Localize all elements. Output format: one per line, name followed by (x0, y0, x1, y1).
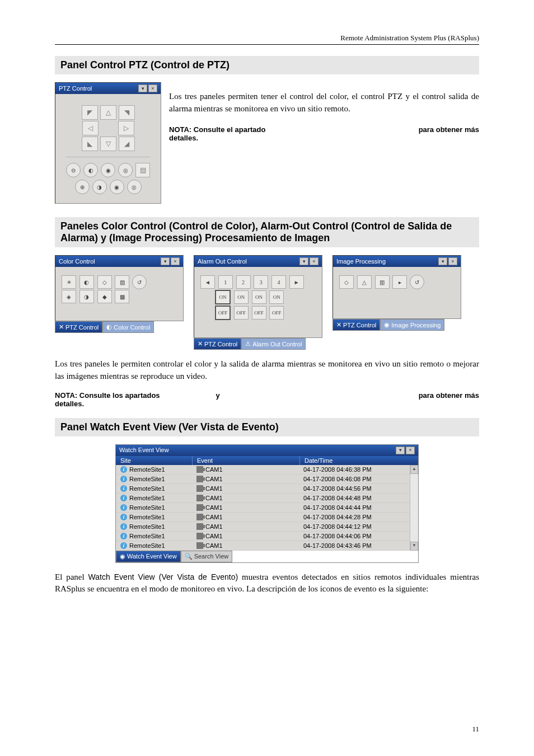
table-row[interactable]: iRemoteSite1CAM104-17-2008 04:43:46 PM (116, 541, 418, 551)
ptz-down-left[interactable]: ◣ (82, 137, 98, 151)
ptz-up[interactable]: △ (100, 105, 116, 120)
alarm-off-3[interactable]: OFF (252, 306, 266, 320)
page-number: 11 (472, 725, 479, 734)
table-row[interactable]: iRemoteSite1CAM104-17-2008 04:44:44 PM (116, 503, 418, 513)
focus-near-icon[interactable]: ◑ (92, 180, 107, 194)
image-reset-icon[interactable]: ↺ (410, 275, 424, 289)
hue-down-icon[interactable]: ▩ (115, 290, 129, 303)
alarm-on-2[interactable]: ON (234, 290, 249, 304)
alarm-panel-title: Alarm Out Control (198, 258, 247, 265)
alarm-next-icon[interactable]: ► (289, 275, 304, 289)
alarm-ch-2[interactable]: 2 (236, 275, 251, 289)
alarm-prev-icon[interactable]: ◄ (200, 275, 215, 289)
pin-icon[interactable]: ▾ (396, 447, 405, 454)
info-icon: i (120, 485, 127, 492)
section1-para: Los tres paneles permiten tener el contr… (169, 91, 479, 115)
saturation-down-icon[interactable]: ◆ (97, 290, 112, 303)
saturation-up-icon[interactable]: ◇ (97, 275, 112, 289)
section3-para: El panel Watch Event View (Ver Vista de … (55, 571, 479, 596)
tab-color-control[interactable]: ◐Color Control (102, 321, 154, 333)
section2-note-right: para obtener más (276, 391, 479, 400)
interpolate-icon[interactable]: ▸ (392, 275, 407, 289)
contrast-down-icon[interactable]: ◑ (79, 290, 94, 303)
table-row[interactable]: iRemoteSite1CAM104-17-2008 04:46:08 PM (116, 475, 418, 484)
table-row[interactable]: iRemoteSite1CAM104-17-2008 04:44:56 PM (116, 484, 418, 494)
camera-icon (196, 495, 203, 501)
ptz-down[interactable]: ▽ (100, 137, 116, 151)
sharpen-icon[interactable]: △ (357, 275, 372, 289)
alarm-ch-1[interactable]: 1 (218, 275, 233, 289)
camera-icon (196, 514, 203, 520)
table-row[interactable]: iRemoteSite1CAM104-17-2008 04:46:38 PM (116, 465, 418, 475)
alarm-on-1[interactable]: ON (215, 290, 231, 304)
alarm-panel: Alarm Out Control▾× ◄ 1 2 3 4 ► ON ON ON (194, 255, 322, 338)
pin-icon[interactable]: ▾ (299, 257, 308, 265)
camera-icon (196, 466, 203, 473)
table-row[interactable]: iRemoteSite1CAM104-17-2008 04:44:28 PM (116, 513, 418, 522)
scroll-up-icon[interactable]: ▲ (410, 465, 418, 474)
alarm-on-4[interactable]: ON (269, 290, 284, 304)
scroll-down-icon[interactable]: ▼ (410, 542, 418, 551)
pin-icon[interactable]: ▾ (161, 257, 170, 265)
close-icon[interactable]: × (310, 257, 318, 265)
color-reset-icon[interactable]: ↺ (132, 275, 147, 289)
tab-ptz-control[interactable]: ✕PTZ Control (55, 321, 102, 333)
blur-icon[interactable]: ◇ (339, 275, 354, 289)
alarm-ch-4[interactable]: 4 (271, 275, 286, 289)
wev-col-site[interactable]: Site (116, 456, 193, 465)
image-panel-title: Image Processing (336, 258, 386, 265)
camera-icon (196, 542, 203, 549)
info-icon: i (120, 542, 127, 549)
ptz-panel: PTZ Control ▾ × ◤ △ ◥ ◁ ▷ ◣ (55, 82, 161, 204)
alarm-ch-3[interactable]: 3 (254, 275, 268, 289)
ptz-left[interactable]: ◁ (82, 121, 99, 135)
tab-ptz-control[interactable]: ✕PTZ Control (332, 319, 380, 331)
wev-col-event[interactable]: Event (193, 456, 300, 465)
ptz-up-right[interactable]: ◥ (119, 105, 135, 120)
alarm-off-1[interactable]: OFF (215, 306, 231, 320)
tab-ptz-control[interactable]: ✕PTZ Control (194, 338, 241, 350)
section2-para: Los tres paneles le permiten controlar e… (55, 358, 479, 383)
brightness-up-icon[interactable]: ☀ (62, 275, 76, 289)
close-icon[interactable]: × (448, 257, 457, 265)
scrollbar[interactable]: ▲ ▼ (410, 465, 418, 551)
contrast-up-icon[interactable]: ◐ (79, 275, 94, 289)
close-icon[interactable]: × (171, 257, 180, 265)
tab-watch-event-view[interactable]: ◉Watch Event View (116, 551, 181, 562)
close-icon[interactable]: × (148, 84, 157, 92)
alarm-off-2[interactable]: OFF (234, 306, 249, 320)
zoom-in-icon[interactable]: ⊕ (75, 180, 90, 194)
watch-event-view-panel: Watch Event View ▾× Site Event Date/Time… (115, 444, 419, 563)
table-row[interactable]: iRemoteSite1CAM104-17-2008 04:44:12 PM (116, 522, 418, 532)
wev-col-datetime[interactable]: Date/Time (300, 456, 418, 465)
close-icon[interactable]: × (406, 447, 415, 454)
ptz-right[interactable]: ▷ (118, 121, 134, 135)
preset-icon[interactable]: ◎ (118, 163, 133, 177)
pin-icon[interactable]: ▾ (438, 257, 447, 265)
ptz-up-left[interactable]: ◤ (82, 105, 98, 120)
tab-search-view[interactable]: 🔍Search View (181, 551, 233, 562)
zoom-out-icon[interactable]: ⊖ (66, 163, 81, 177)
goto-preset-icon[interactable]: ◎ (127, 180, 142, 194)
info-icon: i (120, 495, 127, 501)
ptz-down-right[interactable]: ◢ (119, 137, 135, 151)
wev-header-row: Site Event Date/Time (116, 456, 418, 465)
wev-panel-title: Watch Event View (119, 447, 169, 454)
hue-up-icon[interactable]: ▨ (115, 275, 129, 289)
focus-far-icon[interactable]: ◐ (83, 163, 98, 177)
brightness-down-icon[interactable]: ◈ (62, 290, 76, 303)
ptz-menu-icon[interactable]: ▤ (135, 163, 150, 177)
pin-icon[interactable]: ▾ (138, 84, 147, 92)
equalize-icon[interactable]: ▥ (375, 275, 390, 289)
table-row[interactable]: iRemoteSite1CAM104-17-2008 04:44:06 PM (116, 532, 418, 541)
alarm-off-4[interactable]: OFF (269, 306, 284, 320)
ptz-panel-titlebar: PTZ Control ▾ × (55, 83, 161, 94)
alarm-on-3[interactable]: ON (252, 290, 266, 304)
iris-open-icon[interactable]: ◉ (110, 180, 124, 194)
section1-title: Panel Control PTZ (Control de PTZ) (55, 56, 479, 74)
info-icon: i (120, 514, 127, 520)
tab-image-processing[interactable]: ◉Image Processing (380, 319, 444, 331)
table-row[interactable]: iRemoteSite1CAM104-17-2008 04:44:48 PM (116, 494, 418, 503)
iris-close-icon[interactable]: ◉ (101, 163, 115, 177)
tab-alarm-control[interactable]: ⚠Alarm Out Control (241, 338, 306, 350)
